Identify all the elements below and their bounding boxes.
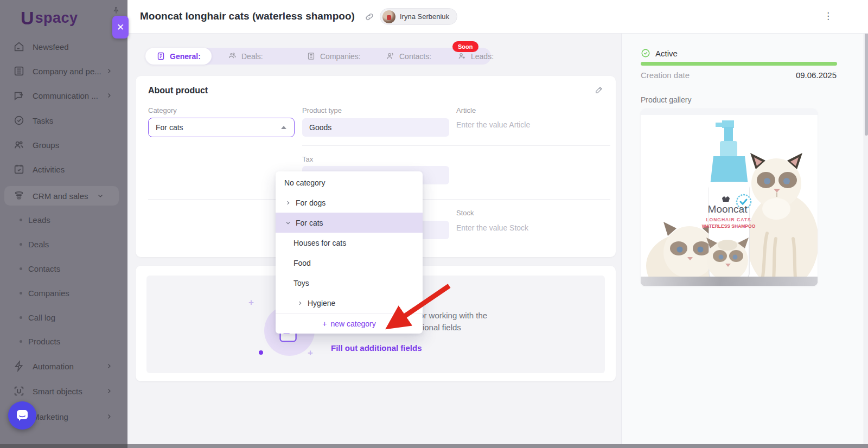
chat-phone-icon xyxy=(13,89,25,101)
fill-additional-fields-link[interactable]: Fill out additional fields xyxy=(331,343,422,353)
groups-icon xyxy=(13,139,25,151)
creation-date-value: 09.06.2025 xyxy=(796,71,837,80)
home-icon xyxy=(13,41,25,53)
tab-contacts[interactable]: Contacts: xyxy=(386,48,431,65)
product-type-field[interactable]: Goods xyxy=(302,118,449,137)
soon-badge: Soon xyxy=(452,41,478,52)
tab-general[interactable]: General: xyxy=(145,48,212,65)
support-chat-button[interactable] xyxy=(8,401,36,430)
bullet-icon xyxy=(20,292,22,295)
dropdown-option-toys[interactable]: Toys xyxy=(276,273,423,293)
sidebar-item-companies[interactable]: Companies xyxy=(0,285,127,301)
entity-tabs: General: Deals: Companies: Contacts: Lea… xyxy=(145,48,491,65)
sidebar-item-call-log[interactable]: Call log xyxy=(0,309,127,325)
coins-stack-icon xyxy=(13,190,25,202)
field-label-category: Category xyxy=(148,106,177,114)
status-progress-bar xyxy=(641,62,837,66)
uspacy-logo[interactable]: U spacy xyxy=(21,9,78,27)
general-tab-icon xyxy=(156,52,165,61)
window-bottom-edge-shade xyxy=(0,444,127,448)
svg-text:LONGHAIR CATS: LONGHAIR CATS xyxy=(706,217,751,222)
page-scrollbar[interactable] xyxy=(864,0,868,448)
sparkle-plus-icon: + xyxy=(248,297,254,308)
calendar-check-icon xyxy=(13,163,25,175)
close-sidebar-button[interactable]: ✕ xyxy=(112,16,129,39)
main-content: General: Deals: Companies: Contacts: Lea… xyxy=(127,34,621,445)
sparkle-dot-icon xyxy=(259,350,263,355)
pin-sidebar-icon[interactable] xyxy=(112,7,120,15)
bullet-icon xyxy=(20,243,22,246)
owner-chip[interactable]: Iryna Serbeniuk xyxy=(380,8,457,25)
chevron-right-icon xyxy=(106,363,112,369)
leads-tab-icon xyxy=(457,52,467,61)
product-photo-illustration: Mooncat LONGHAIR CATS WATERLESS SHAMPOO xyxy=(641,108,818,286)
dropdown-option-food[interactable]: Food xyxy=(276,253,423,273)
product-gallery-label: Product gallery xyxy=(641,95,691,104)
building-icon xyxy=(13,65,25,77)
sidebar-item-leads[interactable]: Leads xyxy=(0,212,127,228)
field-label-product-type: Product type xyxy=(302,106,342,114)
copy-link-icon[interactable] xyxy=(365,12,374,22)
svg-text:Mooncat: Mooncat xyxy=(708,203,748,215)
field-label-article: Article xyxy=(456,106,476,114)
sidebar-item-company[interactable]: Company and pe... xyxy=(0,61,127,81)
new-category-button[interactable]: + new category xyxy=(276,313,423,334)
sidebar-item-crm[interactable]: CRM and sales xyxy=(4,186,119,206)
article-field[interactable]: Enter the value Article xyxy=(456,120,530,129)
status-badge: Active xyxy=(655,49,678,58)
deals-tab-icon xyxy=(228,52,237,61)
sidebar-item-automation[interactable]: Automation xyxy=(0,356,127,376)
sidebar-item-tasks[interactable]: Tasks xyxy=(0,111,127,130)
product-photo[interactable]: Mooncat LONGHAIR CATS WATERLESS SHAMPOO xyxy=(641,108,818,286)
chevron-down-icon xyxy=(285,220,291,226)
dropdown-option-for-cats[interactable]: For cats xyxy=(276,213,423,233)
sidebar-item-smart-objects[interactable]: Smart objects xyxy=(0,381,127,401)
kebab-menu-icon[interactable]: ⋮ xyxy=(824,10,833,23)
plus-icon: + xyxy=(322,319,327,328)
window-bottom-edge xyxy=(0,444,868,448)
check-circle-icon xyxy=(641,48,650,58)
sparkle-plus-icon: + xyxy=(308,348,313,359)
dropdown-option-no-category[interactable]: No category xyxy=(276,172,423,193)
chevron-down-icon xyxy=(97,193,104,199)
contacts-tab-icon xyxy=(386,52,395,61)
sidebar-item-deals[interactable]: Deals xyxy=(0,236,127,252)
dropdown-option-for-dogs[interactable]: For dogs xyxy=(276,193,423,213)
uspacy-logo-icon: U xyxy=(21,9,34,27)
sidebar-item-products[interactable]: Products xyxy=(0,333,127,349)
edit-icon[interactable] xyxy=(595,85,604,94)
bullet-icon xyxy=(20,267,22,270)
divider xyxy=(302,145,610,146)
category-select[interactable]: For cats xyxy=(148,118,295,137)
chevron-right-icon xyxy=(106,388,112,394)
caret-up-icon xyxy=(281,126,286,129)
stock-field[interactable]: Enter the value Stock xyxy=(456,223,528,232)
bullet-icon xyxy=(20,316,22,319)
bullet-icon xyxy=(20,219,22,221)
tab-deals[interactable]: Deals: xyxy=(228,48,263,65)
dropdown-option-hygiene[interactable]: Hygiene xyxy=(276,293,423,313)
chevron-right-icon xyxy=(297,300,303,306)
chevron-right-icon xyxy=(285,200,291,206)
sidebar-item-communication[interactable]: Communication ... xyxy=(0,86,127,105)
chevron-right-icon xyxy=(106,413,112,420)
status-row: Active xyxy=(641,48,678,58)
avatar xyxy=(382,10,395,23)
details-panel: Active Creation date 09.06.2025 Product … xyxy=(621,34,864,445)
sidebar-item-contacts[interactable]: Contacts xyxy=(0,260,127,277)
owner-name: Iryna Serbeniuk xyxy=(400,12,449,21)
svg-text:WATERLESS SHAMPOO: WATERLESS SHAMPOO xyxy=(702,223,756,229)
gallery-top-strip xyxy=(641,108,818,115)
task-check-icon xyxy=(13,114,25,126)
tab-companies[interactable]: Companies: xyxy=(307,48,361,65)
sidebar-item-activities[interactable]: Activities xyxy=(0,159,127,179)
field-label-tax: Tax xyxy=(302,155,313,163)
chevron-right-icon xyxy=(106,92,112,99)
companies-tab-icon xyxy=(307,52,316,61)
category-dropdown: No category For dogs For cats Houses for… xyxy=(276,171,423,334)
dropdown-option-houses-for-cats[interactable]: Houses for cats xyxy=(276,233,423,253)
page-title: Mooncat longhair cats (waterless shampoo… xyxy=(140,10,355,22)
sidebar-item-groups[interactable]: Groups xyxy=(0,135,127,155)
bullet-icon xyxy=(20,340,22,343)
sidebar-item-newsfeed[interactable]: Newsfeed xyxy=(0,37,127,56)
